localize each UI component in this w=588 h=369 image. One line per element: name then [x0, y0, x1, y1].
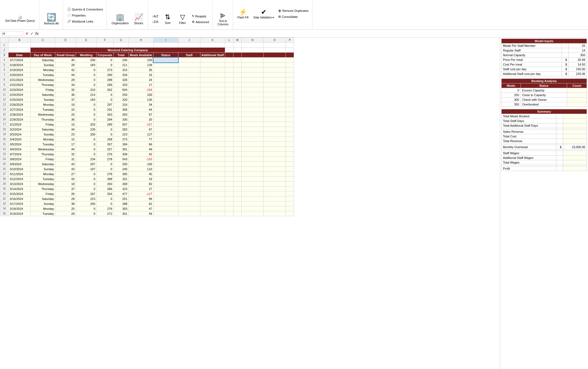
table-row: 263/10/2024Sunday431970240110 — [0, 167, 294, 172]
properties-button[interactable]: 📄 Properties — [66, 13, 104, 18]
sort-za-button[interactable]: ↓Z/A — [151, 19, 160, 24]
booking-analysis-row: 300 Check with Owner — [502, 97, 587, 102]
table-row: 1 — [0, 43, 294, 48]
table-row: 112/24/2024Saturday362140250100 — [0, 92, 294, 97]
col-header-B[interactable]: B — [9, 38, 31, 43]
col-header-C[interactable]: C — [31, 38, 55, 43]
booking-analysis-table: Booking Analysis Meals Status Count 0 Ex… — [501, 78, 587, 107]
model-inputs-row: Price Per meal $ 20.99 — [502, 58, 587, 62]
formula-icons: ✕ ✓ fx — [24, 31, 40, 36]
stocks-group: 🏢 Organization 📈 Stocks — [107, 1, 148, 29]
spreadsheet-container: B C D E F G H I J K L M N O P — [0, 37, 588, 369]
model-inputs-title: Model Inputs — [502, 39, 587, 44]
get-data-group: 📊 Get Data (Power Query) — [1, 1, 39, 29]
booking-analysis-row: 250 Close to Capacity — [502, 93, 587, 97]
table-row: 253/9/2024Saturday432070250100 — [0, 162, 294, 167]
row-num-header — [0, 38, 9, 43]
flash-fill-icon: ⚡ — [239, 8, 247, 16]
col-header-M[interactable]: M — [233, 38, 241, 43]
col-header-D[interactable]: D — [55, 38, 76, 43]
sort-az-button[interactable]: ↑A/Z — [151, 14, 160, 19]
table-row: 323/16/2024Saturday28223025199 — [0, 196, 294, 201]
get-data-label: Get Data (Power Query) — [5, 19, 35, 23]
summary-table: Summary Total Meals Booked Total Staff D… — [501, 109, 587, 171]
queries-connections-button[interactable]: 📋 Queries & Connections — [66, 7, 104, 12]
get-data-button[interactable]: 📊 Get Data (Power Query) — [3, 9, 37, 29]
filter-button[interactable]: ▽ Filter — [176, 9, 189, 29]
consolidate-button[interactable]: ⊞ Consolidate — [277, 14, 310, 19]
queries-icon: 📋 — [67, 7, 71, 11]
queries-group: 📋 Queries & Connections 📄 Properties 🔗 W… — [64, 1, 107, 29]
properties-icon: 📄 — [67, 13, 71, 17]
col-header-L[interactable]: L — [225, 38, 233, 43]
table-row: 233/7/2024Thursday32027630842 — [0, 152, 294, 157]
formula-input[interactable] — [41, 31, 587, 36]
col-header-K[interactable]: K — [200, 38, 225, 43]
fx-icon[interactable]: fx — [35, 31, 39, 36]
model-inputs-row: Cost Per meal $ 14.50 — [502, 62, 587, 67]
table-row: 142/27/2024Tuesday15029130644 — [0, 107, 294, 112]
booking-analysis-header: Meals Status Count — [502, 83, 587, 88]
summary-row: Total Wages — [502, 160, 587, 165]
col-header-F[interactable]: F — [97, 38, 114, 43]
sort-icon: ⇅ — [165, 13, 170, 21]
sort-za-icon: ↓Z/A — [152, 20, 159, 23]
text-columns-icon: ⫸ — [220, 12, 226, 20]
summary-row: Additional Staff Wages — [502, 156, 587, 160]
table-row: 223/6/2024Wednesday44025730149 — [0, 147, 294, 152]
booking-analysis-row: 0 Excess Capacity — [502, 88, 587, 93]
col-header-H[interactable]: H — [129, 38, 153, 43]
reapply-button[interactable]: ↻ Reapply — [190, 13, 208, 19]
col-header-N[interactable]: N — [241, 38, 263, 43]
consolidate-icon: ⊞ — [278, 15, 281, 18]
col-header-E[interactable]: E — [76, 38, 97, 43]
ribbon: 📊 Get Data (Power Query) 🔄 Refresh All 📋… — [0, 0, 588, 30]
data-tools-group: ⚡ Flash Fill ✔ Data Validation ▾ 🗑 Remov… — [233, 1, 312, 29]
summary-row: Total Staff Days — [502, 119, 587, 123]
sort-az-icon: ↑A/Z — [152, 15, 159, 18]
table-row: 343/18/2024Monday25027830347 — [0, 206, 294, 211]
summary-row: Total Cost — [502, 134, 587, 139]
table-row: 183/2/2024Saturday44239028367 — [0, 127, 294, 132]
summary-row: Profit — [502, 166, 587, 171]
remove-duplicates-button[interactable]: 🗑 Remove Duplicates — [277, 8, 310, 13]
summary-row: Sales Revenue — [502, 129, 587, 134]
table-row: 132/26/2024Monday19029731634 — [0, 102, 294, 107]
col-header-O[interactable]: O — [263, 38, 285, 43]
table-row: 283/12/2024Tuesday43028833119 — [0, 177, 294, 181]
refresh-icon: 🔄 — [47, 13, 56, 22]
formula-bar: I4 ✕ ✓ fx — [0, 30, 588, 37]
table-row: 293/13/2024Wednesday18025026882 — [0, 181, 294, 186]
organization-icon: 🏢 — [116, 13, 124, 21]
table-row: 333/17/2024Sunday38250028862 — [0, 201, 294, 206]
filter-icon: ▽ — [180, 13, 185, 21]
advanced-button[interactable]: ⚙ Advanced — [190, 19, 210, 25]
workbook-links-button[interactable]: 🔗 Workbook Links — [66, 19, 104, 24]
organization-button[interactable]: 🏢 Organization — [110, 9, 130, 29]
main-sheet[interactable]: B C D E F G H I J K L M N O P — [0, 37, 500, 369]
table-row: 173/1/2024Friday15203289507-157 — [0, 122, 294, 127]
cancel-icon[interactable]: ✕ — [25, 31, 29, 36]
table-row: 62/19/2024Monday42027331535 — [0, 67, 294, 72]
refresh-label: Refresh All — [44, 22, 59, 25]
cell-reference-input[interactable]: I4 — [1, 31, 23, 36]
summary-title: Summary — [502, 109, 587, 114]
table-row: 273/11/2024Monday27027830545 — [0, 172, 294, 177]
confirm-icon[interactable]: ✓ — [30, 31, 34, 36]
col-header-I[interactable]: I — [153, 38, 178, 43]
workbook-links-icon: 🔗 — [67, 20, 71, 23]
remove-dup-icon: 🗑 — [278, 9, 281, 12]
table-row: 243/8/2024Friday31234278543-193 — [0, 157, 294, 162]
data-validation-button[interactable]: ✔ Data Validation ▾ — [252, 4, 276, 24]
col-header-G[interactable]: G — [113, 38, 129, 43]
flash-fill-button[interactable]: ⚡ Flash Fill — [236, 4, 251, 24]
table-row: 193/3/2024Sunday232000223127 — [0, 132, 294, 137]
col-header-P[interactable]: P — [285, 38, 294, 43]
model-inputs-row: Staff cost per day $ 155.00 — [502, 67, 587, 72]
text-to-columns-group: ⫸ Text toColumns — [213, 1, 233, 29]
col-header-J[interactable]: J — [178, 38, 200, 43]
sort-button[interactable]: ⇅ Sort — [161, 9, 175, 29]
text-to-columns-button[interactable]: ⫸ Text toColumns — [216, 9, 230, 29]
stocks-button[interactable]: 📈 Stocks — [132, 9, 146, 29]
refresh-all-button[interactable]: 🔄 Refresh All — [42, 9, 61, 29]
